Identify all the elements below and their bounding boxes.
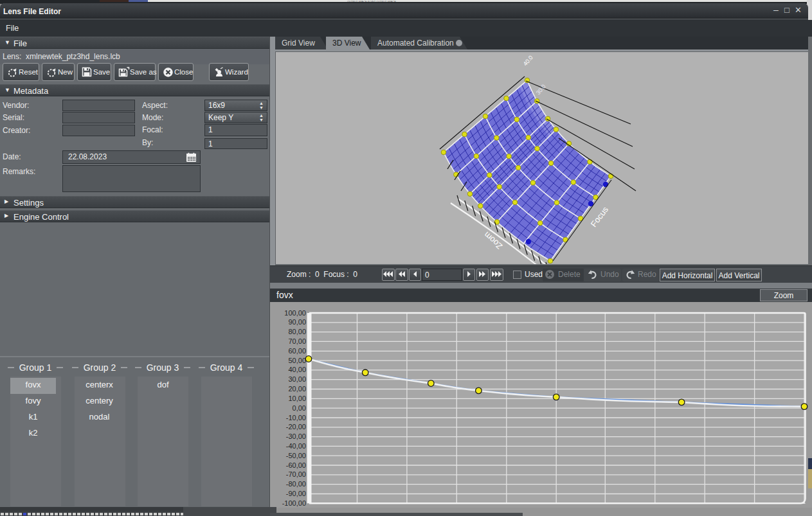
svg-text:60,00: 60,00 [288,347,306,355]
svg-text:-90,00: -90,00 [286,490,306,497]
svg-text:80,00: 80,00 [288,328,306,335]
svg-text:-70,00: -70,00 [286,470,306,478]
svg-text:70,00: 70,00 [288,337,306,345]
svg-text:-60,00: -60,00 [286,461,306,469]
svg-text:-40,00: -40,00 [286,442,306,450]
svg-text:-50,00: -50,00 [286,452,306,459]
svg-text:-100,00: -100,00 [282,499,306,507]
svg-text:Focus: Focus [589,204,611,229]
svg-text:0,00: 0,00 [293,404,306,412]
svg-text:40.0: 40.0 [522,54,534,67]
svg-text:-30,00: -30,00 [286,432,306,440]
svg-text:30,00: 30,00 [288,375,306,383]
svg-text:50,00: 50,00 [288,357,306,364]
svg-text:90,00: 90,00 [288,318,306,326]
svg-text:-10,00: -10,00 [286,414,306,422]
svg-text:40,00: 40,00 [288,366,306,373]
svg-text:-80,00: -80,00 [286,480,306,488]
svg-text:-20,00: -20,00 [286,423,306,431]
svg-text:Zoom: Zoom [482,230,505,251]
svg-text:20,00: 20,00 [288,385,306,393]
svg-text:100,00: 100,00 [284,309,306,317]
svg-text:10,00: 10,00 [288,395,306,402]
